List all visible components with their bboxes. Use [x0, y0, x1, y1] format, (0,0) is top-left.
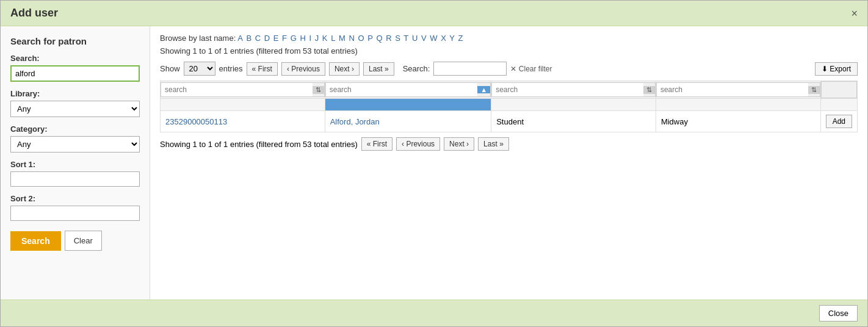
search-for-patron-heading: Search for patron — [10, 36, 140, 46]
table-controls-top: Show 10 20 25 50 100 entries « First ‹ P… — [160, 62, 858, 76]
alpha-link-l[interactable]: L — [331, 34, 335, 43]
table-controls-bottom: Showing 1 to 1 of 1 entries (filtered fr… — [160, 137, 858, 151]
cell-category: Student — [491, 111, 656, 132]
alpha-link-c[interactable]: C — [255, 34, 261, 43]
modal-dialog: Add user × Search for patron Search: Lib… — [0, 0, 868, 327]
search-button[interactable]: Search — [10, 231, 61, 251]
col-search-category[interactable] — [492, 83, 643, 96]
clear-button[interactable]: Clear — [65, 231, 102, 251]
table-sort-row — [161, 99, 858, 111]
col-sort-barcode[interactable]: ⇅ — [313, 86, 324, 94]
search-input[interactable] — [10, 65, 140, 82]
showing-text-bottom: Showing 1 to 1 of 1 entries (filtered fr… — [160, 140, 358, 149]
right-panel: Browse by last name: A B C D E F G H I J… — [150, 26, 867, 300]
col-header-barcode: ⇅ — [161, 81, 325, 99]
alpha-link-n[interactable]: N — [349, 34, 354, 43]
alpha-link-q[interactable]: Q — [377, 34, 383, 43]
alpha-link-f[interactable]: F — [282, 34, 287, 43]
modal-close-x-button[interactable]: × — [851, 8, 858, 19]
col-header-actions — [820, 81, 857, 99]
cell-barcode: 23529000050113 — [161, 111, 325, 132]
cell-add: Add — [820, 111, 857, 132]
alpha-link-m[interactable]: M — [339, 34, 345, 43]
col-sort-category[interactable]: ⇅ — [643, 86, 655, 94]
alpha-link-k[interactable]: K — [322, 34, 328, 43]
last-button-bottom[interactable]: Last » — [478, 137, 509, 151]
next-button-top[interactable]: Next › — [329, 62, 360, 76]
col-header-category: ⇅ — [491, 81, 656, 99]
modal-header: Add user × — [1, 1, 867, 26]
modal-footer: Close — [1, 300, 867, 326]
alpha-link-w[interactable]: W — [430, 34, 437, 43]
export-button[interactable]: ⬇ Export — [815, 62, 858, 76]
table-search-label: Search: — [403, 64, 430, 73]
alpha-link-r[interactable]: R — [386, 34, 391, 43]
library-field-group: Library: Any — [10, 89, 140, 117]
add-patron-button[interactable]: Add — [826, 115, 852, 128]
sort1-label: Sort 1: — [10, 160, 140, 169]
sort2-label: Sort 2: — [10, 194, 140, 203]
sort2-input[interactable] — [10, 206, 140, 221]
cell-library: Midway — [656, 111, 820, 132]
showing-text-top: Showing 1 to 1 of 1 entries (filtered fr… — [160, 46, 858, 56]
browse-by-lastname-row: Browse by last name: A B C D E F G H I J… — [160, 34, 858, 43]
category-select[interactable]: Any — [10, 136, 140, 153]
alpha-link-j[interactable]: J — [315, 34, 319, 43]
alpha-link-x[interactable]: X — [441, 34, 446, 43]
show-label: Show — [160, 64, 180, 73]
alpha-link-v[interactable]: V — [421, 34, 427, 43]
close-modal-button[interactable]: Close — [819, 305, 858, 322]
barcode-link[interactable]: 23529000050113 — [165, 117, 227, 126]
search-field-group: Search: — [10, 54, 140, 82]
action-buttons-row: Search Clear — [10, 231, 140, 251]
modal-body: Search for patron Search: Library: Any C… — [1, 26, 867, 300]
previous-button-top[interactable]: ‹ Previous — [281, 62, 325, 76]
patron-name-link[interactable]: Alford, Jordan — [330, 117, 380, 126]
first-button-bottom[interactable]: « First — [361, 137, 392, 151]
alpha-link-h[interactable]: H — [300, 34, 305, 43]
entries-label: entries — [219, 64, 243, 73]
library-value: Midway — [661, 117, 688, 126]
cell-name: Alford, Jordan — [325, 111, 491, 132]
sort1-field-group: Sort 1: — [10, 160, 140, 187]
next-button-bottom[interactable]: Next › — [444, 137, 474, 151]
alpha-link-z[interactable]: Z — [458, 34, 463, 43]
col-search-name[interactable] — [326, 83, 478, 96]
category-value: Student — [496, 117, 524, 126]
col-header-library: ⇅ — [656, 81, 820, 99]
sort1-input[interactable] — [10, 171, 140, 187]
search-label: Search: — [10, 54, 140, 63]
col-header-name: ▲ — [325, 81, 491, 99]
library-select[interactable]: Any — [10, 101, 140, 117]
library-label: Library: — [10, 89, 140, 98]
alpha-link-s[interactable]: S — [395, 34, 400, 43]
col-search-library[interactable] — [657, 83, 808, 96]
alpha-link-t[interactable]: T — [403, 34, 408, 43]
alpha-link-i[interactable]: I — [309, 34, 311, 43]
alpha-link-o[interactable]: O — [358, 34, 364, 43]
last-button-top[interactable]: Last » — [363, 62, 394, 76]
previous-button-bottom[interactable]: ‹ Previous — [396, 137, 440, 151]
browse-label: Browse by last name: — [160, 34, 236, 43]
modal-title: Add user — [10, 7, 58, 20]
alpha-link-g[interactable]: G — [291, 34, 297, 43]
alpha-link-y[interactable]: Y — [449, 34, 455, 43]
first-button-top[interactable]: « First — [247, 62, 278, 76]
table-col-search-row: ⇅ ▲ ⇅ — [161, 81, 858, 99]
alpha-link-d[interactable]: D — [264, 34, 270, 43]
alpha-link-b[interactable]: B — [246, 34, 251, 43]
col-sort-library[interactable]: ⇅ — [808, 86, 820, 94]
sort2-field-group: Sort 2: — [10, 194, 140, 221]
table-search-input[interactable] — [433, 62, 507, 76]
table-row: 23529000050113 Alford, Jordan Student Mi… — [161, 111, 858, 132]
col-sort-name[interactable]: ▲ — [477, 86, 490, 93]
alpha-link-e[interactable]: E — [273, 34, 279, 43]
patron-table: ⇅ ▲ ⇅ — [160, 81, 858, 132]
alpha-link-a[interactable]: A — [237, 34, 243, 43]
col-search-barcode[interactable] — [161, 83, 313, 96]
entries-select[interactable]: 10 20 25 50 100 — [184, 62, 215, 76]
alpha-link-u[interactable]: U — [412, 34, 418, 43]
alpha-link-p[interactable]: P — [367, 34, 373, 43]
clear-filter-button[interactable]: ✕ Clear filter — [510, 65, 552, 73]
category-field-group: Category: Any — [10, 124, 140, 153]
